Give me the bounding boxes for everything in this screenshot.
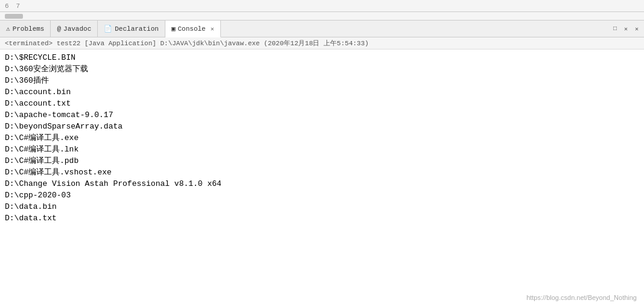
console-line: D:\C#编译工具.exe <box>5 132 639 144</box>
console-line: D:\C#编译工具.vshost.exe <box>5 167 639 178</box>
tab-declaration-label: Declaration <box>115 25 159 33</box>
console-line: D:\account.bin <box>5 86 639 98</box>
console-icon: ▣ <box>171 25 176 33</box>
tab-problems[interactable]: ⚠ Problems <box>0 21 51 37</box>
javadoc-icon: @ <box>57 25 61 33</box>
tab-javadoc[interactable]: @ Javadoc <box>51 21 98 37</box>
console-line: D:\C#编译工具.lnk <box>5 144 639 155</box>
status-bar: <terminated> test22 [Java Application] D… <box>0 37 644 49</box>
console-line: D:\$RECYCLE.BIN <box>5 52 639 63</box>
line-number-7: 7 <box>16 2 21 10</box>
close-all-button[interactable]: ✕ <box>632 24 642 34</box>
console-line: D:\account.txt <box>5 98 639 109</box>
tab-javadoc-label: Javadoc <box>63 25 91 33</box>
console-line: D:\C#编译工具.pdb <box>5 155 639 167</box>
status-text: <terminated> test22 [Java Application] D… <box>5 39 369 48</box>
console-line: D:\data.bin <box>5 201 639 212</box>
tabs-bar: ⚠ Problems @ Javadoc 📄 Declaration ▣ Con… <box>0 21 644 37</box>
close-view-button[interactable]: ✕ <box>621 24 631 34</box>
line-numbers: 6 7 <box>5 2 20 10</box>
minimize-button[interactable]: □ <box>610 24 620 34</box>
tabs-right-controls: □ ✕ ✕ <box>610 21 644 37</box>
console-content[interactable]: D:\$RECYCLE.BIND:\360安全浏览器下载D:\360插件D:\a… <box>0 49 644 306</box>
line-numbers-bar: 6 7 <box>0 0 644 12</box>
problems-icon: ⚠ <box>6 25 10 33</box>
console-line: D:\apache-tomcat-9.0.17 <box>5 109 639 121</box>
tab-problems-label: Problems <box>13 25 45 33</box>
tab-console[interactable]: ▣ Console ✕ <box>165 21 221 37</box>
scrollbar-thumb[interactable] <box>5 14 23 19</box>
declaration-icon: 📄 <box>104 25 112 33</box>
main-wrapper: 6 7 ⚠ Problems @ Javadoc 📄 Declaration ▣… <box>0 0 644 306</box>
console-line: D:\data.txt <box>5 212 639 224</box>
tab-console-close[interactable]: ✕ <box>211 25 214 33</box>
horizontal-scrollbar[interactable] <box>0 12 644 21</box>
line-number-6: 6 <box>5 2 9 10</box>
console-line: D:\360安全浏览器下载 <box>5 63 639 75</box>
console-line: D:\Change Vision Astah Professional v8.1… <box>5 178 639 190</box>
console-line: D:\360插件 <box>5 75 639 86</box>
tab-console-label: Console <box>178 25 206 33</box>
console-line: D:\cpp-2020-03 <box>5 190 639 201</box>
tab-declaration[interactable]: 📄 Declaration <box>98 21 165 37</box>
console-line: D:\beyondSparseArray.data <box>5 121 639 132</box>
